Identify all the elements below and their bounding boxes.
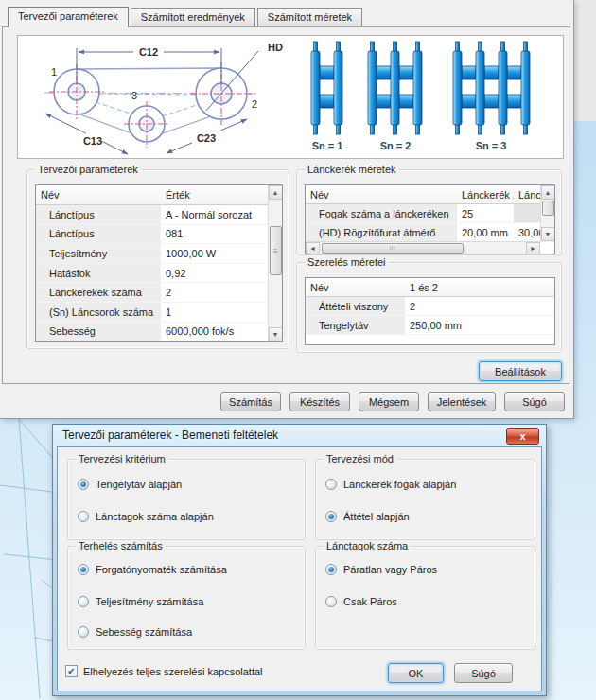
ok-button[interactable]: OK [388, 663, 444, 683]
designer-parameters-table: Név Érték Lánctípus A - Normál sorozat L… [35, 184, 283, 342]
cell-empty [485, 297, 554, 315]
cell-value[interactable]: 081 [161, 225, 254, 244]
column-header-value[interactable]: Érték [161, 185, 254, 204]
scroll-right-icon[interactable]: ► [526, 242, 540, 254]
group-title: Tervezési mód [324, 453, 396, 464]
build-button[interactable]: Készítés [289, 392, 350, 411]
radio-icon[interactable] [78, 511, 89, 522]
cancel-button[interactable]: Mégsem [359, 392, 419, 411]
desktop: Tervezői paraméterek Számított eredménye… [0, 0, 596, 700]
radio-option-speed[interactable]: Sebesség számítása [78, 626, 192, 638]
group-design-mode: Tervezési mód Lánckerék fogak alapján Át… [315, 459, 535, 540]
scroll-left-icon[interactable]: ◄ [306, 242, 320, 254]
tab-page: C12 HD C13 C23 [2, 26, 570, 384]
radio-icon[interactable] [325, 511, 337, 522]
table-row: Lánctípus A - Normál sorozat [36, 205, 282, 225]
cell-name: Lánctípus [36, 225, 161, 244]
scroll-up-icon[interactable]: ▲ [541, 185, 555, 200]
radio-option-ratio[interactable]: Áttétel alapján [325, 511, 410, 522]
group-assembly-sizes: Szerelés méretei Név 1 és 2 Áttételi vis… [296, 262, 562, 353]
cell-name: Fogak száma a lánckeréken [306, 204, 457, 222]
group-title: Tervezési kritérium [76, 453, 168, 464]
strand-sn3-label: Sn = 3 [476, 140, 507, 151]
cell-value[interactable]: 25 [457, 204, 514, 222]
settings-button[interactable]: Beállítások [479, 361, 562, 381]
cell-value[interactable]: 30,00 [514, 223, 542, 241]
table-row: Lánctípus 081 [36, 225, 282, 245]
cell-value[interactable]: 0,92 [161, 264, 254, 283]
column-header-name[interactable]: Név [306, 278, 405, 296]
cell-value[interactable]: 1 [161, 303, 254, 322]
cell-value[interactable]: 250,00 mm [405, 316, 485, 334]
checkbox-checked-icon[interactable]: ✔ [65, 665, 78, 677]
cell-value[interactable]: 1000,00 W [161, 244, 254, 263]
group-design-criterion: Tervezési kritérium Tengelytáv alapján L… [67, 459, 306, 540]
radio-icon[interactable] [325, 596, 337, 607]
vertical-scrollbar[interactable]: ▲ ▼ [540, 185, 554, 241]
calculate-button[interactable]: Számítás [220, 392, 281, 411]
tab-calculated-sizes[interactable]: Számított méretek [257, 8, 362, 26]
scrollbar-thumb[interactable]: lll [322, 243, 464, 254]
column-header-name[interactable]: Név [306, 185, 457, 203]
horizontal-scrollbar[interactable]: ◄ lll ► [306, 241, 540, 254]
radio-label: Sebesség számítása [96, 626, 192, 638]
scroll-down-icon[interactable]: ▼ [541, 227, 555, 241]
vertical-scrollbar[interactable]: ▲ ≡ ▼ [268, 185, 282, 341]
scroll-down-icon[interactable]: ▼ [269, 327, 283, 341]
sprocket-1-label: 1 [51, 66, 57, 78]
radio-icon[interactable] [78, 564, 89, 575]
radio-icon[interactable] [325, 564, 337, 575]
cell-value[interactable]: 20,00 mm [457, 223, 514, 241]
footer-button-row: Számítás Készítés Mégsem Jelentések Súgó [0, 392, 565, 411]
cell-value[interactable]: A - Normál sorozat [161, 205, 254, 224]
close-button[interactable]: x [506, 428, 539, 445]
radio-option-power[interactable]: Teljesítmény számítása [78, 596, 203, 607]
sprocket-3-label: 3 [131, 90, 137, 101]
cell-name: Tengelytáv [306, 316, 405, 334]
tab-calculated-results[interactable]: Számított eredmények [131, 8, 255, 26]
radio-icon[interactable] [78, 596, 89, 607]
scrollbar-thumb[interactable] [542, 201, 554, 216]
cell-name: Teljesítmény [36, 244, 161, 263]
column-header-sprocket1[interactable]: Lánckerék 1 [457, 185, 514, 203]
dialog-help-button[interactable]: Súgó [454, 663, 513, 683]
column-header-name[interactable]: Név [36, 185, 161, 204]
table-row: (Sn) Láncsorok száma 1 [36, 303, 282, 323]
assembly-sizes-table: Név 1 és 2 Áttételi viszony 2 Tengelytáv… [305, 277, 555, 345]
table-row: Áttételi viszony 2 [306, 297, 554, 316]
radio-label: Áttétel alapján [343, 511, 410, 522]
radio-option-odd-or-even[interactable]: Páratlan vagy Páros [325, 564, 437, 575]
full-assembly-constraint-option[interactable]: ✔ Elhelyezés teljes szerelési kapcsolatt… [65, 665, 263, 677]
tab-designer-parameters[interactable]: Tervezői paraméterek [8, 7, 129, 27]
radio-label: Teljesítmény számítása [96, 596, 203, 607]
dim-c12-label: C12 [139, 46, 158, 58]
cell-name: (HD) Rögzítőfurat átmérő [306, 223, 457, 241]
radio-icon[interactable] [325, 479, 337, 490]
radio-icon[interactable] [78, 479, 89, 490]
radio-label: Csak Páros [343, 596, 397, 607]
group-load-calculation: Terhelés számítás Forgatónyomaték számít… [67, 546, 306, 650]
tab-strip: Tervezői paraméterek Számított eredménye… [8, 7, 364, 26]
cell-value[interactable]: 2 [161, 283, 254, 302]
radio-option-even-only[interactable]: Csak Páros [325, 596, 397, 607]
radio-option-sprocket-teeth[interactable]: Lánckerék fogak alapján [325, 479, 456, 490]
radio-option-axis-distance[interactable]: Tengelytáv alapján [78, 479, 182, 490]
cell-name: (Sn) Láncsorok száma [36, 303, 161, 322]
cell-value[interactable]: 6000,000 fok/s [161, 323, 254, 341]
group-number-of-links: Lánctagok száma Páratlan vagy Páros Csak… [315, 546, 535, 650]
cell-name: Lánctípus [36, 205, 161, 224]
cell-value[interactable]: 2 [405, 297, 485, 315]
scroll-up-icon[interactable]: ▲ [269, 185, 283, 200]
column-header-1and2[interactable]: 1 és 2 [405, 278, 485, 296]
column-header-sprocket2[interactable]: Lánck [514, 185, 542, 203]
reports-button[interactable]: Jelentések [428, 392, 496, 411]
radio-option-torque[interactable]: Forgatónyomaték számítása [78, 564, 227, 575]
radio-icon[interactable] [78, 626, 89, 638]
input-conditions-dialog: Tervezői paraméterek - Bemeneti feltétel… [52, 424, 547, 696]
table-row: Tengelytáv 250,00 mm [306, 316, 554, 335]
preview-image-panel: C12 HD C13 C23 [17, 35, 564, 159]
radio-option-chain-links[interactable]: Lánctagok száma alapján [78, 511, 214, 522]
help-button[interactable]: Súgó [504, 392, 565, 411]
radio-label: Tengelytáv alapján [96, 479, 182, 490]
scrollbar-thumb[interactable]: ≡ [270, 226, 282, 275]
